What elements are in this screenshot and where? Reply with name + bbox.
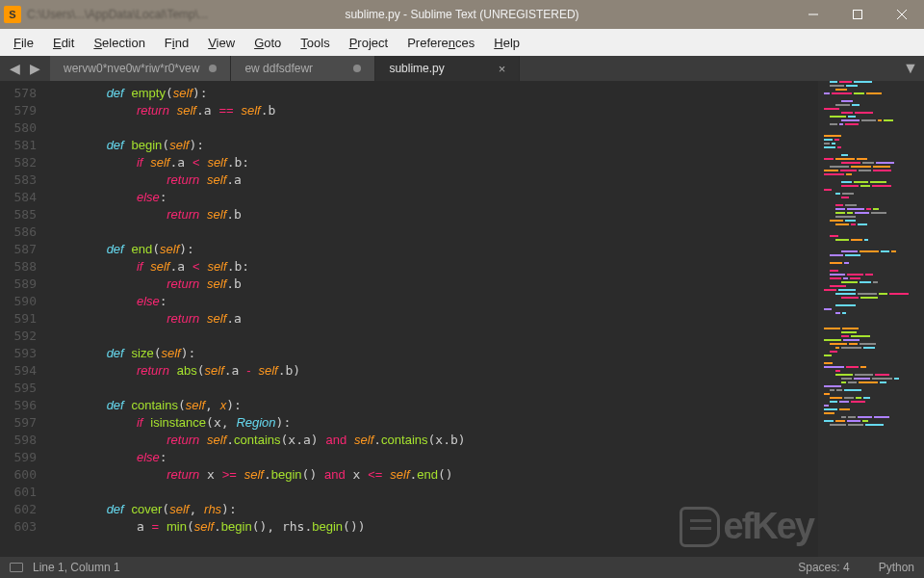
close-icon bbox=[897, 10, 907, 19]
tab-bar: ◀ ▶ wervw0*nve0w*riw*r0*vewew ddfsdfewrs… bbox=[0, 56, 924, 81]
minimap-content bbox=[824, 81, 918, 428]
menu-find[interactable]: Find bbox=[155, 32, 198, 54]
nav-forward-button[interactable]: ▶ bbox=[26, 59, 44, 78]
nav-back-button[interactable]: ◀ bbox=[6, 59, 24, 78]
editor-area: 578 579 580 581 582 583 584 585 586 587 … bbox=[0, 81, 924, 557]
maximize-icon bbox=[853, 10, 862, 19]
menu-goto[interactable]: Goto bbox=[244, 32, 291, 54]
tab-sublime-py[interactable]: sublime.py× bbox=[375, 56, 520, 81]
titlebar[interactable]: S C:\Users\...\AppData\Local\Temp\... su… bbox=[0, 0, 924, 29]
indentation-setting[interactable]: Spaces: 4 bbox=[798, 561, 849, 574]
dirty-indicator-icon bbox=[353, 65, 361, 72]
tab-label: wervw0*nve0w*riw*r0*vew bbox=[64, 62, 199, 75]
panel-icon[interactable] bbox=[10, 563, 23, 572]
minimize-icon bbox=[808, 10, 818, 19]
app-icon: S bbox=[4, 6, 21, 23]
window-title: sublime.py - Sublime Text (UNREGISTERED) bbox=[345, 8, 578, 21]
menu-edit[interactable]: Edit bbox=[43, 32, 84, 54]
statusbar-left: Line 1, Column 1 bbox=[10, 561, 120, 574]
watermark-logo: efKey bbox=[680, 506, 814, 547]
window: S C:\Users\...\AppData\Local\Temp\... su… bbox=[0, 0, 924, 578]
menubar: FileEditSelectionFindViewGotoToolsProjec… bbox=[0, 29, 924, 56]
maximize-button[interactable] bbox=[835, 0, 880, 29]
nav-arrows: ◀ ▶ bbox=[0, 59, 50, 78]
minimap[interactable] bbox=[818, 81, 924, 557]
statusbar-right: Spaces: 4 Python bbox=[798, 561, 914, 574]
menu-view[interactable]: View bbox=[198, 32, 244, 54]
dirty-indicator-icon bbox=[209, 65, 217, 72]
syntax-setting[interactable]: Python bbox=[879, 561, 914, 574]
menu-help[interactable]: Help bbox=[484, 32, 529, 54]
statusbar: Line 1, Column 1 Spaces: 4 Python bbox=[0, 557, 924, 578]
menu-selection[interactable]: Selection bbox=[84, 32, 154, 54]
tabs-dropdown-button[interactable]: ▼ bbox=[897, 60, 924, 77]
watermark-text: efKey bbox=[724, 506, 814, 547]
minimize-button[interactable] bbox=[791, 0, 835, 29]
menu-tools[interactable]: Tools bbox=[291, 32, 339, 54]
window-controls bbox=[791, 0, 924, 29]
tabs: wervw0*nve0w*riw*r0*vewew ddfsdfewrsubli… bbox=[50, 56, 897, 81]
menu-project[interactable]: Project bbox=[340, 32, 398, 54]
tab-close-icon[interactable]: × bbox=[499, 62, 506, 76]
tab-ew-ddfsdfewr[interactable]: ew ddfsdfewr bbox=[231, 56, 375, 81]
menu-preferences[interactable]: Preferences bbox=[398, 32, 484, 54]
tab-label: ew ddfsdfewr bbox=[244, 62, 344, 75]
titlebar-left: S C:\Users\...\AppData\Local\Temp\... bbox=[0, 6, 208, 23]
tab-label: sublime.py bbox=[389, 62, 488, 75]
svg-rect-1 bbox=[854, 11, 862, 19]
code-editor[interactable]: def empty(self): return self.a == self.b… bbox=[46, 81, 818, 557]
menu-file[interactable]: File bbox=[4, 32, 43, 54]
watermark-icon bbox=[680, 507, 720, 547]
cursor-position[interactable]: Line 1, Column 1 bbox=[33, 561, 120, 574]
close-button[interactable] bbox=[880, 0, 924, 29]
line-gutter[interactable]: 578 579 580 581 582 583 584 585 586 587 … bbox=[0, 81, 46, 557]
titlebar-path: C:\Users\...\AppData\Local\Temp\... bbox=[27, 8, 208, 21]
tab-wervw0-nve0w-riw-r0-vew[interactable]: wervw0*nve0w*riw*r0*vew bbox=[50, 56, 231, 81]
